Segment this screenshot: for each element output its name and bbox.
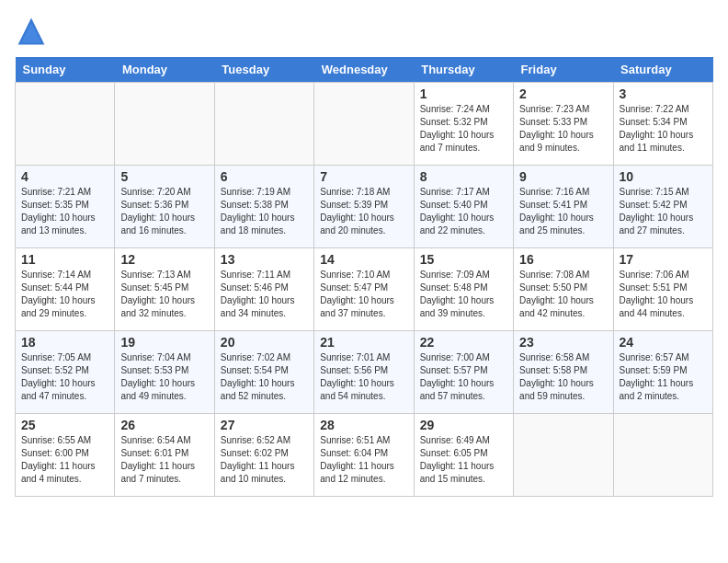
day-cell: 15Sunrise: 7:09 AM Sunset: 5:48 PM Dayli… bbox=[414, 248, 513, 331]
col-header-thursday: Thursday bbox=[414, 57, 513, 83]
week-row-1: 1Sunrise: 7:24 AM Sunset: 5:32 PM Daylig… bbox=[16, 83, 713, 166]
day-cell bbox=[16, 83, 115, 166]
day-number: 2 bbox=[519, 86, 607, 101]
day-info: Sunrise: 7:24 AM Sunset: 5:32 PM Dayligh… bbox=[420, 103, 507, 155]
day-info: Sunrise: 7:08 AM Sunset: 5:50 PM Dayligh… bbox=[519, 269, 607, 320]
day-number: 8 bbox=[420, 169, 507, 184]
day-cell: 21Sunrise: 7:01 AM Sunset: 5:56 PM Dayli… bbox=[314, 331, 414, 414]
day-number: 9 bbox=[519, 169, 607, 184]
day-number: 29 bbox=[420, 418, 507, 432]
day-cell bbox=[214, 83, 313, 166]
day-number: 14 bbox=[320, 252, 407, 267]
day-number: 24 bbox=[620, 335, 707, 350]
day-number: 17 bbox=[620, 252, 707, 267]
day-cell: 1Sunrise: 7:24 AM Sunset: 5:32 PM Daylig… bbox=[414, 83, 513, 166]
col-header-monday: Monday bbox=[115, 57, 214, 83]
day-number: 11 bbox=[21, 252, 108, 267]
day-info: Sunrise: 7:11 AM Sunset: 5:46 PM Dayligh… bbox=[221, 269, 308, 320]
day-number: 23 bbox=[519, 335, 607, 350]
day-number: 18 bbox=[21, 335, 108, 350]
day-cell: 14Sunrise: 7:10 AM Sunset: 5:47 PM Dayli… bbox=[314, 248, 414, 331]
day-cell: 7Sunrise: 7:18 AM Sunset: 5:39 PM Daylig… bbox=[314, 166, 414, 248]
day-number: 4 bbox=[21, 169, 108, 184]
day-number: 6 bbox=[221, 169, 308, 184]
header-row: SundayMondayTuesdayWednesdayThursdayFrid… bbox=[16, 57, 713, 83]
day-cell: 24Sunrise: 6:57 AM Sunset: 5:59 PM Dayli… bbox=[613, 331, 712, 414]
day-number: 22 bbox=[420, 335, 507, 350]
week-row-5: 25Sunrise: 6:55 AM Sunset: 6:00 PM Dayli… bbox=[16, 414, 713, 497]
day-info: Sunrise: 7:01 AM Sunset: 5:56 PM Dayligh… bbox=[320, 351, 407, 403]
day-number: 1 bbox=[420, 86, 507, 101]
week-row-2: 4Sunrise: 7:21 AM Sunset: 5:35 PM Daylig… bbox=[16, 166, 713, 248]
day-info: Sunrise: 6:54 AM Sunset: 6:01 PM Dayligh… bbox=[120, 434, 208, 486]
day-number: 20 bbox=[221, 335, 308, 350]
day-cell: 25Sunrise: 6:55 AM Sunset: 6:00 PM Dayli… bbox=[16, 414, 115, 497]
col-header-sunday: Sunday bbox=[16, 57, 115, 83]
col-header-tuesday: Tuesday bbox=[214, 57, 313, 83]
day-number: 7 bbox=[320, 169, 407, 184]
day-info: Sunrise: 7:06 AM Sunset: 5:51 PM Dayligh… bbox=[620, 269, 707, 320]
day-cell: 2Sunrise: 7:23 AM Sunset: 5:33 PM Daylig… bbox=[514, 83, 613, 166]
day-cell: 3Sunrise: 7:22 AM Sunset: 5:34 PM Daylig… bbox=[613, 83, 712, 166]
day-info: Sunrise: 7:15 AM Sunset: 5:42 PM Dayligh… bbox=[620, 186, 707, 237]
day-cell: 10Sunrise: 7:15 AM Sunset: 5:42 PM Dayli… bbox=[613, 166, 712, 248]
day-number: 3 bbox=[620, 86, 707, 101]
day-info: Sunrise: 7:19 AM Sunset: 5:38 PM Dayligh… bbox=[221, 186, 308, 237]
day-cell: 5Sunrise: 7:20 AM Sunset: 5:36 PM Daylig… bbox=[115, 166, 214, 248]
day-info: Sunrise: 7:02 AM Sunset: 5:54 PM Dayligh… bbox=[221, 351, 308, 403]
day-number: 25 bbox=[21, 418, 108, 432]
day-cell: 16Sunrise: 7:08 AM Sunset: 5:50 PM Dayli… bbox=[514, 248, 613, 331]
day-number: 12 bbox=[120, 252, 208, 267]
col-header-wednesday: Wednesday bbox=[314, 57, 414, 83]
day-info: Sunrise: 7:20 AM Sunset: 5:36 PM Dayligh… bbox=[120, 186, 208, 237]
week-row-4: 18Sunrise: 7:05 AM Sunset: 5:52 PM Dayli… bbox=[16, 331, 713, 414]
day-cell: 26Sunrise: 6:54 AM Sunset: 6:01 PM Dayli… bbox=[115, 414, 214, 497]
day-info: Sunrise: 6:52 AM Sunset: 6:02 PM Dayligh… bbox=[221, 434, 308, 486]
day-cell: 19Sunrise: 7:04 AM Sunset: 5:53 PM Dayli… bbox=[115, 331, 214, 414]
day-number: 15 bbox=[420, 252, 507, 267]
day-cell: 22Sunrise: 7:00 AM Sunset: 5:57 PM Dayli… bbox=[414, 331, 513, 414]
day-info: Sunrise: 7:16 AM Sunset: 5:41 PM Dayligh… bbox=[519, 186, 607, 237]
day-cell: 4Sunrise: 7:21 AM Sunset: 5:35 PM Daylig… bbox=[16, 166, 115, 248]
day-cell bbox=[613, 414, 712, 497]
logo bbox=[15, 15, 51, 48]
day-info: Sunrise: 6:55 AM Sunset: 6:00 PM Dayligh… bbox=[21, 434, 108, 486]
day-number: 5 bbox=[120, 169, 208, 184]
day-cell: 9Sunrise: 7:16 AM Sunset: 5:41 PM Daylig… bbox=[514, 166, 613, 248]
day-info: Sunrise: 7:22 AM Sunset: 5:34 PM Dayligh… bbox=[620, 103, 707, 155]
day-info: Sunrise: 7:17 AM Sunset: 5:40 PM Dayligh… bbox=[420, 186, 507, 237]
day-cell: 28Sunrise: 6:51 AM Sunset: 6:04 PM Dayli… bbox=[314, 414, 414, 497]
day-number: 26 bbox=[120, 418, 208, 432]
day-info: Sunrise: 7:04 AM Sunset: 5:53 PM Dayligh… bbox=[120, 351, 208, 403]
day-number: 13 bbox=[221, 252, 308, 267]
day-info: Sunrise: 7:23 AM Sunset: 5:33 PM Dayligh… bbox=[519, 103, 607, 155]
day-number: 19 bbox=[120, 335, 208, 350]
day-info: Sunrise: 7:18 AM Sunset: 5:39 PM Dayligh… bbox=[320, 186, 407, 237]
col-header-friday: Friday bbox=[514, 57, 613, 83]
day-info: Sunrise: 7:14 AM Sunset: 5:44 PM Dayligh… bbox=[21, 269, 108, 320]
day-number: 27 bbox=[221, 418, 308, 432]
day-number: 10 bbox=[620, 169, 707, 184]
day-number: 28 bbox=[320, 418, 407, 432]
day-cell bbox=[314, 83, 414, 166]
day-cell: 27Sunrise: 6:52 AM Sunset: 6:02 PM Dayli… bbox=[214, 414, 313, 497]
day-cell: 20Sunrise: 7:02 AM Sunset: 5:54 PM Dayli… bbox=[214, 331, 313, 414]
day-info: Sunrise: 7:21 AM Sunset: 5:35 PM Dayligh… bbox=[21, 186, 108, 237]
logo-icon bbox=[15, 15, 48, 48]
calendar-table: SundayMondayTuesdayWednesdayThursdayFrid… bbox=[15, 57, 713, 497]
day-cell: 6Sunrise: 7:19 AM Sunset: 5:38 PM Daylig… bbox=[214, 166, 313, 248]
day-info: Sunrise: 6:58 AM Sunset: 5:58 PM Dayligh… bbox=[519, 351, 607, 403]
day-number: 21 bbox=[320, 335, 407, 350]
day-cell: 17Sunrise: 7:06 AM Sunset: 5:51 PM Dayli… bbox=[613, 248, 712, 331]
day-cell: 23Sunrise: 6:58 AM Sunset: 5:58 PM Dayli… bbox=[514, 331, 613, 414]
day-cell bbox=[514, 414, 613, 497]
day-info: Sunrise: 7:00 AM Sunset: 5:57 PM Dayligh… bbox=[420, 351, 507, 403]
day-cell bbox=[115, 83, 214, 166]
day-cell: 29Sunrise: 6:49 AM Sunset: 6:05 PM Dayli… bbox=[414, 414, 513, 497]
day-info: Sunrise: 6:57 AM Sunset: 5:59 PM Dayligh… bbox=[620, 351, 707, 403]
day-info: Sunrise: 7:05 AM Sunset: 5:52 PM Dayligh… bbox=[21, 351, 108, 403]
week-row-3: 11Sunrise: 7:14 AM Sunset: 5:44 PM Dayli… bbox=[16, 248, 713, 331]
col-header-saturday: Saturday bbox=[613, 57, 712, 83]
page-header bbox=[15, 15, 713, 48]
day-info: Sunrise: 6:49 AM Sunset: 6:05 PM Dayligh… bbox=[420, 434, 507, 486]
